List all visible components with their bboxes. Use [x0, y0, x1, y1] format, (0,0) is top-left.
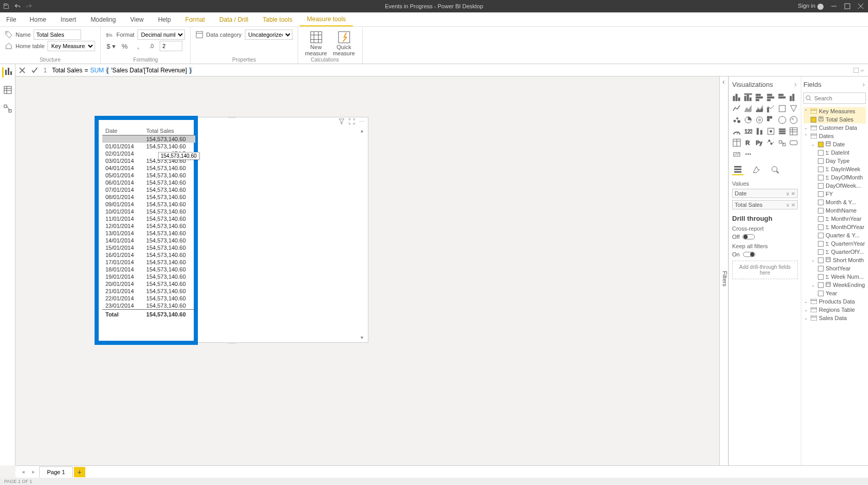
format-tab-icon[interactable] — [751, 164, 762, 175]
comma-button[interactable]: , — [133, 41, 143, 51]
cross-report-toggle[interactable] — [742, 234, 755, 239]
viz-type-26[interactable]: Py — [755, 138, 764, 147]
table-row[interactable]: 05/01/2014154,573,140.60 — [102, 172, 195, 179]
table-row[interactable]: 19/01/2014154,573,140.60 — [102, 273, 195, 280]
name-input[interactable] — [34, 29, 81, 40]
table-visual[interactable]: ⋯⋯ ⋯ Date Total Sales 154,573,140.6001/0… — [96, 117, 368, 343]
viz-type-2[interactable] — [755, 93, 764, 102]
percent-button[interactable]: % — [119, 41, 130, 51]
field-monthnyear[interactable]: ΣMonthnYear — [803, 215, 866, 223]
table-customer-data[interactable]: ⌄Customer Data — [803, 124, 866, 132]
viz-type-24[interactable] — [732, 138, 741, 147]
table-row[interactable]: 15/01/2014154,573,140.60 — [102, 244, 195, 251]
undo-icon[interactable] — [14, 3, 21, 9]
next-page-button[interactable]: ▸ — [29, 468, 38, 475]
viz-type-19[interactable]: 123 — [743, 127, 753, 136]
keep-filters-toggle[interactable] — [743, 252, 755, 257]
table-row[interactable]: 08/01/2014154,573,140.60 — [102, 193, 195, 201]
focus-mode-icon[interactable] — [349, 118, 355, 125]
viz-type-13[interactable] — [743, 115, 753, 125]
date-header[interactable]: Date — [102, 127, 143, 135]
field-quarterofy[interactable]: ΣQuarterOfY... — [803, 248, 866, 256]
table-row[interactable]: 22/01/2014154,573,140.60 — [102, 295, 195, 302]
viz-type-29[interactable] — [789, 138, 798, 147]
tab-data-drill[interactable]: Data / Drill — [212, 12, 256, 26]
tab-format[interactable]: Format — [178, 12, 212, 26]
table-row[interactable]: 154,573,140.60 — [102, 135, 195, 143]
table-row[interactable]: 06/01/2014154,573,140.60 — [102, 179, 195, 186]
format-select[interactable]: Decimal number — [137, 29, 185, 40]
table-regions-table[interactable]: ⌄Regions Table — [803, 306, 866, 314]
table-row[interactable]: 17/01/2014154,573,140.60 — [102, 259, 195, 266]
field-shortmonth[interactable]: ⌄Short Month — [803, 256, 866, 264]
table-key-measures[interactable]: ⌃Key Measures — [803, 107, 866, 115]
table-row[interactable]: 10/01/2014154,573,140.60 — [102, 208, 195, 215]
viz-type-23[interactable] — [789, 127, 798, 136]
tab-home[interactable]: Home — [22, 12, 53, 26]
viz-type-28[interactable] — [778, 138, 787, 147]
file-tab[interactable]: File — [0, 12, 22, 26]
field-dayofweek[interactable]: DayOfWeek... — [803, 181, 866, 190]
viz-type-0[interactable] — [732, 93, 741, 102]
report-canvas[interactable]: ⋯⋯ ⋯ Date Total Sales 154,573,140.6001/0… — [16, 77, 719, 465]
table-row[interactable]: 13/01/2014154,573,140.60 — [102, 230, 195, 237]
prev-page-button[interactable]: ◂ — [19, 468, 28, 475]
table-row[interactable]: 04/01/2014154,573,140.60 — [102, 164, 195, 172]
redo-icon[interactable] — [26, 3, 32, 9]
field-quarternyear[interactable]: ΣQuarternYear — [803, 239, 866, 248]
table-dates[interactable]: ⌃Dates — [803, 132, 866, 140]
more-options-icon[interactable]: ⋯ — [359, 118, 365, 126]
drag-handle-top[interactable]: ⋯⋯ — [224, 115, 240, 118]
field-quartery[interactable]: Quarter & Y... — [803, 231, 866, 239]
formula-dropdown-icon[interactable] — [854, 68, 859, 73]
tab-help[interactable]: Help — [151, 12, 178, 26]
drill-drop-area[interactable]: Add drill-through fields here — [732, 261, 798, 279]
table-row[interactable]: 07/01/2014154,573,140.60 — [102, 186, 195, 193]
tab-modeling[interactable]: Modeling — [83, 12, 123, 26]
decimals-input[interactable] — [160, 41, 182, 51]
filter-icon[interactable] — [338, 118, 345, 125]
field-year[interactable]: Year — [803, 289, 866, 297]
field-shortyear[interactable]: ShortYear — [803, 264, 866, 272]
field-well-date[interactable]: Date∨ ✕ — [732, 189, 798, 198]
field-total-sales[interactable]: Total Sales — [803, 115, 866, 124]
tab-insert[interactable]: Insert — [53, 12, 83, 26]
report-view-button[interactable] — [2, 67, 13, 78]
field-date[interactable]: ⌄Date — [803, 140, 866, 148]
page-tab-1[interactable]: Page 1 — [39, 466, 73, 477]
table-row[interactable]: 16/01/2014154,573,140.60 — [102, 251, 195, 259]
formula-bar[interactable]: 1 Total Sales = SUM( 'Sales Data'[Total … — [16, 64, 868, 77]
home-table-select[interactable]: Key Measures — [48, 41, 95, 51]
maximize-icon[interactable] — [844, 3, 850, 9]
viz-type-10[interactable] — [778, 104, 787, 113]
field-well-total-sales[interactable]: Total Sales∨ ✕ — [732, 200, 798, 209]
scroll-down-icon[interactable]: ▾ — [361, 335, 367, 340]
field-dayinweek[interactable]: ΣDayInWeek — [803, 165, 866, 173]
sign-in-button[interactable]: Sign in — [798, 3, 824, 9]
viz-type-7[interactable] — [743, 104, 753, 113]
commit-formula-icon[interactable] — [31, 67, 38, 74]
currency-button[interactable]: $ ▾ — [106, 41, 116, 51]
table-row[interactable]: 18/01/2014154,573,140.60 — [102, 266, 195, 273]
total-sales-header[interactable]: Total Sales — [143, 127, 195, 135]
fields-search-input[interactable] — [803, 93, 866, 104]
model-view-button[interactable] — [4, 104, 12, 115]
tab-measure-tools[interactable]: Measure tools — [300, 12, 353, 26]
expand-filters-icon[interactable] — [721, 80, 726, 85]
viz-type-25[interactable]: R — [743, 138, 753, 147]
viz-type-30[interactable] — [732, 149, 741, 159]
minimize-icon[interactable] — [831, 3, 837, 9]
decimal-inc-button[interactable]: .0 — [146, 41, 157, 51]
save-icon[interactable] — [3, 3, 9, 9]
viz-type-16[interactable] — [778, 115, 787, 125]
viz-type-27[interactable] — [766, 138, 776, 147]
field-dayofmonth[interactable]: ΣDayOfMonth — [803, 173, 866, 181]
table-row[interactable]: 23/01/2014154,573,140.60 — [102, 302, 195, 310]
viz-type-21[interactable] — [766, 127, 776, 136]
field-monthname[interactable]: MonthName — [803, 206, 866, 215]
data-view-button[interactable] — [4, 86, 12, 96]
viz-type-6[interactable] — [732, 104, 741, 113]
viz-type-9[interactable] — [766, 104, 776, 113]
viz-type-3[interactable] — [766, 93, 776, 102]
viz-type-18[interactable] — [732, 127, 741, 136]
